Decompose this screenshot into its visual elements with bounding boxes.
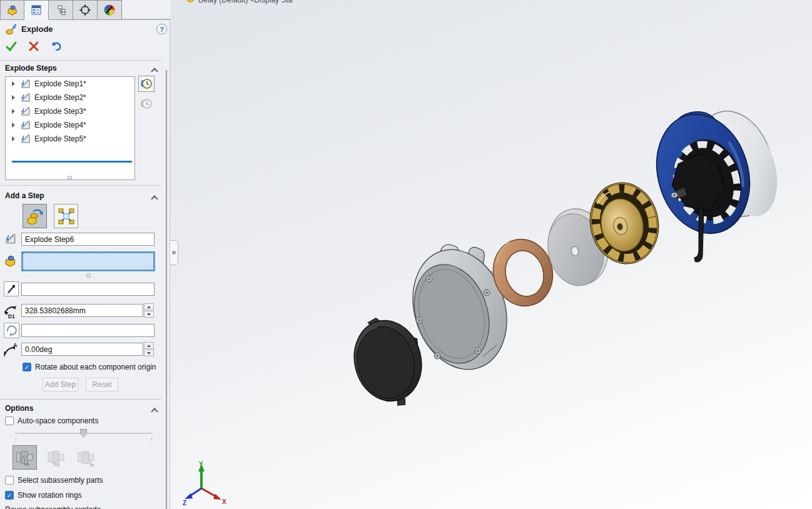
selection-resize-handle[interactable]	[86, 273, 91, 278]
explode-style-button-2[interactable]	[44, 445, 68, 470]
checkbox-unchecked-icon[interactable]	[5, 416, 14, 425]
spin-down[interactable]	[144, 350, 154, 356]
triad-z-label: Z	[183, 500, 186, 506]
checkbox-checked-icon[interactable]: ✓	[5, 491, 14, 500]
separator	[0, 185, 161, 186]
list-item[interactable]: Explode Step4*	[6, 118, 134, 132]
section-title: Explode Steps	[5, 64, 57, 73]
checkbox-label: Rotate about each component origin	[35, 363, 156, 371]
checkbox-checked-icon[interactable]: ✓	[23, 363, 31, 371]
clipped-bottom-label: Reuse subassembly explode	[5, 505, 101, 509]
display-manager-tab[interactable]	[98, 0, 122, 20]
list-resize-handle[interactable]	[68, 176, 72, 180]
expand-triangle-icon[interactable]	[12, 109, 15, 114]
direction-icon-box[interactable]	[4, 281, 19, 296]
expand-triangle-icon[interactable]	[12, 81, 15, 86]
page-title: Explode	[21, 24, 53, 34]
check-icon	[5, 40, 18, 53]
explode-icon	[5, 23, 18, 36]
expand-triangle-icon[interactable]	[12, 123, 15, 128]
panel-scrollbar[interactable]	[166, 70, 167, 509]
add-step-button[interactable]: Add Step	[43, 378, 78, 391]
pm-header: Explode ?	[0, 23, 161, 38]
step-label: Explode Step3*	[34, 107, 86, 116]
confirm-button[interactable]	[4, 39, 19, 54]
manager-tabbar	[0, 0, 170, 20]
step-label: Explode Step1*	[34, 79, 86, 88]
list-item[interactable]: Explode Step1*	[6, 77, 134, 91]
components-selection-box[interactable]	[21, 251, 155, 271]
checkbox-unchecked-icon[interactable]	[5, 476, 14, 485]
list-item[interactable]: Explode Step5*	[6, 132, 134, 146]
auto-space-checkbox-row[interactable]: Auto-space components	[5, 416, 98, 425]
property-list-icon	[31, 4, 42, 16]
slider-tick	[16, 438, 16, 441]
rotation-axis-icon-box[interactable]	[4, 323, 19, 338]
part-side-plate-assembly[interactable]	[643, 102, 788, 262]
angle-spinner[interactable]	[144, 342, 154, 356]
explode-step-icon	[21, 93, 31, 103]
expand-triangle-icon[interactable]	[12, 95, 15, 100]
list-item[interactable]: Explode Step2*	[6, 91, 134, 104]
explode-step-icon	[21, 120, 31, 130]
auto-space-slider-thumb[interactable]	[80, 429, 87, 438]
expand-triangle-icon[interactable]	[12, 136, 15, 141]
step-name-input[interactable]	[21, 233, 155, 246]
graphics-area[interactable]: Belay (Default) <Display Sta	[170, 0, 812, 509]
explode-style-icon-3	[76, 448, 96, 468]
animation-button[interactable]	[138, 76, 155, 92]
separator	[0, 399, 161, 400]
spin-up[interactable]	[144, 342, 154, 349]
explode-step-icon	[21, 106, 31, 116]
select-subassembly-checkbox-row[interactable]: Select subassembly parts	[5, 476, 103, 485]
chevron-up-icon	[152, 408, 157, 413]
section-title: Add a Step	[5, 191, 44, 200]
angle-input[interactable]	[21, 343, 143, 356]
radial-step-button[interactable]	[54, 204, 78, 228]
explode-style-button-1[interactable]	[13, 445, 37, 470]
options-section-header[interactable]: Options	[0, 403, 161, 415]
property-manager-tab[interactable]	[24, 0, 49, 20]
down-arrow-icon	[147, 313, 151, 316]
help-icon[interactable]: ?	[156, 24, 167, 34]
configuration-manager-tab[interactable]	[49, 0, 73, 20]
origin-triad: Y X Z	[183, 460, 226, 507]
cancel-button[interactable]	[26, 39, 41, 54]
undo-button[interactable]	[49, 39, 64, 54]
checkbox-label: Show rotation rings	[18, 491, 82, 500]
reset-button[interactable]: Reset	[86, 378, 118, 391]
svg-text:A: A	[13, 342, 18, 348]
distance-input[interactable]	[21, 304, 143, 317]
spin-down[interactable]	[144, 311, 154, 318]
step-label: Explode Step4*	[34, 121, 86, 129]
show-rotation-rings-checkbox-row[interactable]: ✓ Show rotation rings	[5, 491, 82, 500]
distance-spinner[interactable]	[144, 303, 154, 318]
explode-style-button-3[interactable]	[74, 445, 98, 470]
feature-manager-tab[interactable]	[0, 0, 24, 20]
rotate-circular-arrow-icon	[4, 323, 19, 338]
direction-input[interactable]	[21, 283, 155, 296]
explode-steps-listbox[interactable]: Explode Step1* Explode Step2* Explode St…	[5, 76, 135, 180]
display-sphere-icon	[103, 4, 116, 16]
rotation-axis-input[interactable]	[21, 324, 155, 337]
configurations-icon	[55, 4, 66, 16]
down-arrow-icon	[147, 352, 151, 355]
list-item[interactable]: Explode Step3*	[6, 104, 134, 118]
rotate-origin-checkbox-row[interactable]: ✓ Rotate about each component origin	[23, 363, 156, 371]
separator	[0, 60, 161, 61]
chevron-up-icon	[152, 68, 157, 73]
regular-step-button[interactable]	[23, 204, 47, 228]
tabbar-spacer	[122, 0, 170, 19]
up-arrow-icon	[147, 306, 151, 308]
panel-flyout-handle[interactable]	[170, 240, 178, 265]
animation-button-disabled	[138, 96, 155, 112]
exploded-view-scene	[170, 0, 812, 509]
add-step-section-header[interactable]: Add a Step	[0, 190, 161, 203]
spin-up[interactable]	[144, 303, 154, 310]
clock-animate-icon	[140, 78, 153, 90]
checkbox-label: Auto-space components	[18, 416, 98, 425]
dimxpert-manager-tab[interactable]	[73, 0, 98, 20]
explode-steps-section-header[interactable]: Explode Steps	[0, 63, 161, 75]
part-icon	[6, 4, 19, 16]
explode-step-icon	[21, 134, 31, 144]
